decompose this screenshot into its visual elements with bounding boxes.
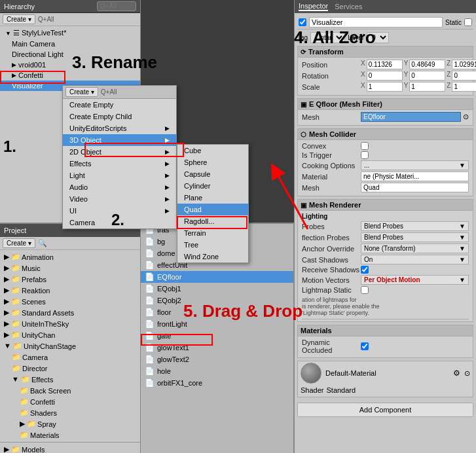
submenu-item-cube[interactable]: Cube xyxy=(177,145,248,156)
file-item-glow-text1[interactable]: 📄glowText1 xyxy=(141,342,293,353)
file-item-eqobj2[interactable]: 📄EQobj2 xyxy=(141,295,293,306)
mesh-filter-header[interactable]: ▣ E Qfloor (Mesh Filter) xyxy=(298,99,473,110)
motion-vectors-dropdown[interactable]: Per Object Motion ▼ xyxy=(361,275,469,285)
add-component-button[interactable]: Add Component xyxy=(297,403,473,417)
layer-select[interactable]: 0 xyxy=(367,32,389,43)
cast-shadows-dropdown[interactable]: On ▼ xyxy=(361,255,469,264)
project-item-music[interactable]: ▶ 📁Music xyxy=(0,263,140,274)
position-z[interactable] xyxy=(452,60,476,69)
file-item-hole[interactable]: 📄hole xyxy=(141,365,293,377)
reflection-probes-dropdown[interactable]: Blend Probes ▼ xyxy=(361,232,469,242)
project-item-unity-chan-stage[interactable]: ▼ 📁UnityChanStage xyxy=(0,340,140,352)
mesh-collider-header[interactable]: ⬡ Mesh Collider xyxy=(298,129,473,140)
submenu-item-ragdoll[interactable]: Ragdoll... xyxy=(177,215,248,227)
hierarchy-item-directional-light[interactable]: Directional Light xyxy=(0,49,140,60)
scale-z[interactable] xyxy=(452,82,476,92)
submenu-item-sphere[interactable]: Sphere xyxy=(177,156,248,168)
mat-row: Default-Material ⚙ ⊙ xyxy=(298,361,473,385)
materials-header[interactable]: Materials xyxy=(298,325,473,336)
transform-header[interactable]: ⟳ Transform xyxy=(298,46,473,58)
is-trigger-checkbox[interactable] xyxy=(361,151,369,159)
file-item-orbit-fx[interactable]: 📄orbitFX1_core xyxy=(141,377,293,389)
ctx-item-audio[interactable]: Audio ▶ xyxy=(63,181,176,193)
project-item-spray[interactable]: ▶ 📁Spray xyxy=(0,418,140,429)
material-input[interactable] xyxy=(361,172,469,181)
submenu-item-wind-zone[interactable]: Wind Zone xyxy=(177,251,248,263)
project-item-shaders[interactable]: 📁Shaders xyxy=(0,407,140,418)
project-item-back-screen[interactable]: 📁Back Screen xyxy=(0,385,140,396)
mesh-input[interactable] xyxy=(361,112,461,122)
submenu-label: Terrain xyxy=(184,229,206,237)
project-item-director[interactable]: 📁Director xyxy=(0,363,140,374)
position-y[interactable] xyxy=(409,60,445,69)
mat-menu-icon[interactable]: ⊙ xyxy=(464,369,470,378)
ctx-item-create-empty[interactable]: Create Empty xyxy=(63,99,176,111)
hierarchy-item-vroid[interactable]: ▶ vroid001 xyxy=(0,60,140,70)
dynamic-occluded-checkbox[interactable] xyxy=(361,342,369,350)
ctx-item-video[interactable]: Video ▶ xyxy=(63,193,176,205)
go-name-input[interactable] xyxy=(309,17,443,27)
rotation-x[interactable] xyxy=(367,71,403,81)
rotation-y[interactable] xyxy=(409,71,445,81)
project-item-reaktion[interactable]: ▶ 📁Reaktion xyxy=(0,285,140,296)
ctx-item-2d-object[interactable]: 2D Object ▶ xyxy=(63,146,176,158)
project-item-confetti-folder[interactable]: 📁Confetti xyxy=(0,396,140,407)
project-item-models[interactable]: ▶ 📁Models xyxy=(0,444,140,453)
ctx-item-unity-editor-scripts[interactable]: UnityEditorScripts ▶ xyxy=(63,122,176,134)
hierarchy-search[interactable] xyxy=(97,1,136,11)
file-item-front-light[interactable]: 📄frontLight xyxy=(141,318,293,330)
hierarchy-item-main-camera[interactable]: Main Camera xyxy=(0,39,140,49)
rotation-z[interactable] xyxy=(452,71,476,81)
mesh-select-icon[interactable]: ⊙ xyxy=(463,113,469,121)
lightmap-static-checkbox[interactable] xyxy=(361,286,369,294)
go-static-checkbox[interactable] xyxy=(464,18,472,26)
ctx-item-create-empty-child[interactable]: Create Empty Child xyxy=(63,111,176,122)
submenu-item-quad[interactable]: Quad xyxy=(177,204,248,215)
mat-gear-icon[interactable]: ⚙ xyxy=(453,369,460,378)
tag-select[interactable]: Untar xyxy=(310,32,345,43)
file-item-floor[interactable]: 📄floor xyxy=(141,306,293,318)
position-x[interactable] xyxy=(367,60,403,69)
file-item-eqfloor[interactable]: 📄EQfloor xyxy=(141,271,293,283)
submenu-item-capsule[interactable]: Capsule xyxy=(177,168,248,180)
ctx-item-ui[interactable]: UI ▶ xyxy=(63,205,176,217)
ctx-create-button[interactable]: Create ▾ xyxy=(65,87,98,97)
project-item-materials[interactable]: 📁Materials xyxy=(0,429,140,441)
ctx-item-effects[interactable]: Effects ▶ xyxy=(63,158,176,170)
project-create-button[interactable]: Create ▾ xyxy=(3,238,35,248)
ctx-item-light[interactable]: Light ▶ xyxy=(63,170,176,181)
project-item-unity-chan[interactable]: ▶ 📁UnityChan xyxy=(0,329,140,340)
probes-dropdown[interactable]: Blend Probes ▼ xyxy=(361,221,469,231)
ctx-item-3d-object[interactable]: 3D Object ▶ xyxy=(63,134,176,146)
project-item-camera[interactable]: 📁Camera xyxy=(0,352,140,363)
anchor-override-dropdown[interactable]: None (Transform) ▼ xyxy=(361,244,469,253)
project-item-animation[interactable]: ▶ 📁Animation xyxy=(0,251,140,263)
submenu-item-plane[interactable]: Plane xyxy=(177,192,248,204)
file-item-eqobj1[interactable]: 📄EQobj1 xyxy=(141,283,293,295)
hierarchy-create-button[interactable]: Create ▾ xyxy=(3,14,35,24)
hierarchy-item-root[interactable]: ▼ ☰ StylyLiveTest* xyxy=(0,27,140,39)
receive-shadows-checkbox[interactable] xyxy=(361,266,369,274)
project-item-unite-in-the-sky[interactable]: ▶ 📁UniteInTheSky xyxy=(0,318,140,329)
project-item-standard-assets[interactable]: ▶ 📁Standard Assets xyxy=(0,307,140,318)
submenu-item-terrain[interactable]: Terrain xyxy=(177,227,248,239)
tab-inspector[interactable]: Inspector xyxy=(299,2,328,11)
submenu-item-cylinder[interactable]: Cylinder xyxy=(177,180,248,192)
file-item-gate[interactable]: 📄gate xyxy=(141,330,293,342)
go-active-checkbox[interactable] xyxy=(299,18,306,26)
submenu-item-tree[interactable]: Tree xyxy=(177,239,248,251)
scale-x[interactable] xyxy=(367,82,403,92)
mesh-collider-mesh-input[interactable] xyxy=(361,183,469,192)
project-item-prefabs[interactable]: ▶ 📁Prefabs xyxy=(0,274,140,285)
file-item-glow-text2[interactable]: 📄glowText2 xyxy=(141,353,293,365)
project-search-icon[interactable]: 🔍 xyxy=(38,239,47,247)
mesh-renderer-header[interactable]: ▣ Mesh Renderer xyxy=(298,200,473,211)
hierarchy-item-confetti[interactable]: ▶ Confetti xyxy=(0,70,140,81)
tab-services[interactable]: Services xyxy=(335,3,362,10)
ctx-item-camera[interactable]: Camera xyxy=(63,217,176,228)
cooking-options-dropdown[interactable]: ... ▼ xyxy=(361,160,469,170)
project-item-effects[interactable]: ▼ 📁Effects xyxy=(0,374,140,385)
convex-checkbox[interactable] xyxy=(361,142,369,150)
project-item-scenes[interactable]: ▶ 📁Scenes xyxy=(0,296,140,307)
scale-y[interactable] xyxy=(409,82,445,92)
